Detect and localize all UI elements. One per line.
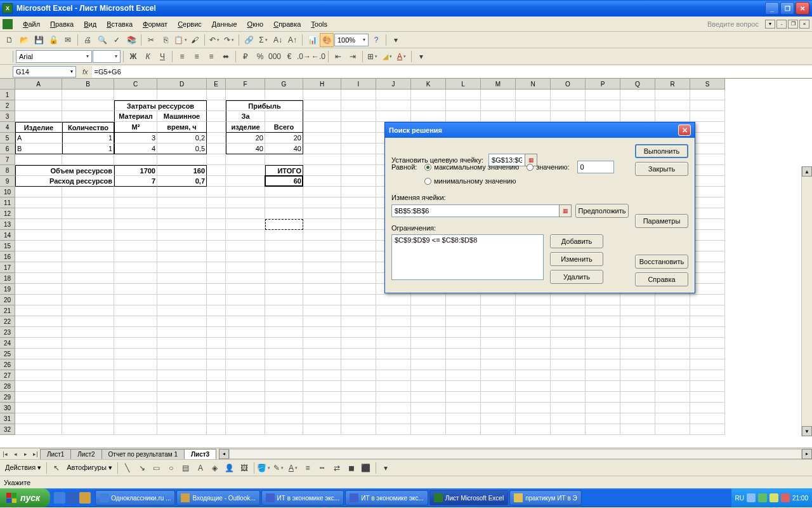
cell-E20[interactable] [207, 295, 226, 305]
cell-Q31[interactable] [620, 413, 655, 424]
drawing-button[interactable]: 🎨 [320, 33, 334, 47]
cell-M20[interactable] [481, 295, 516, 305]
cell-B6[interactable]: 1 [62, 144, 114, 154]
cell-D32[interactable] [157, 424, 207, 435]
cell-D14[interactable] [157, 230, 207, 241]
cell-B21[interactable] [62, 305, 114, 316]
horizontal-scrollbar[interactable]: ◂ ▸ [219, 449, 812, 459]
change-constraint-button[interactable]: Изменить [550, 252, 603, 266]
cell-P29[interactable] [586, 392, 620, 403]
row-header-27[interactable]: 27 [0, 370, 15, 381]
cell-C25[interactable] [114, 349, 157, 359]
cell-B27[interactable] [62, 370, 114, 381]
cell-S23[interactable] [690, 327, 725, 338]
cell-P25[interactable] [586, 349, 620, 359]
cell-S20[interactable] [690, 295, 725, 305]
cell-A32[interactable] [15, 424, 62, 435]
cell-P21[interactable] [586, 305, 620, 316]
col-header-P[interactable]: P [586, 79, 620, 90]
clock[interactable]: 21:00 [792, 495, 808, 502]
cell-A30[interactable] [15, 403, 62, 413]
select-objects-button[interactable]: ↖ [49, 461, 63, 475]
cell-S30[interactable] [690, 403, 725, 413]
cell-N27[interactable] [516, 370, 551, 381]
cell-I26[interactable] [341, 359, 376, 370]
cell-A19[interactable] [15, 284, 62, 295]
cell-A23[interactable] [15, 327, 62, 338]
cell-R3[interactable] [655, 111, 690, 122]
row-header-19[interactable]: 19 [0, 284, 15, 295]
cell-R20[interactable] [655, 295, 690, 305]
cell-Q21[interactable] [620, 305, 655, 316]
cell-J1[interactable] [376, 90, 411, 100]
cell-A2[interactable] [15, 100, 62, 111]
cell-E19[interactable] [207, 284, 226, 295]
cell-N20[interactable] [516, 295, 551, 305]
cell-F30[interactable] [226, 403, 265, 413]
cell-B31[interactable] [62, 413, 114, 424]
doc-options-button[interactable]: ▾ [765, 20, 775, 29]
cell-S1[interactable] [690, 90, 725, 100]
cell-S25[interactable] [690, 349, 725, 359]
cell-C7[interactable] [114, 154, 157, 165]
cell-I6[interactable] [341, 144, 376, 154]
cell-B12[interactable] [62, 208, 114, 219]
cell-I1[interactable] [341, 90, 376, 100]
menu-правка[interactable]: Правка [45, 19, 79, 29]
cell-D10[interactable] [157, 187, 207, 197]
cell-I17[interactable] [341, 262, 376, 273]
cell-K22[interactable] [411, 316, 446, 327]
cell-S8[interactable] [690, 165, 725, 176]
line-button[interactable]: ╲ [121, 461, 134, 475]
cell-B14[interactable] [62, 230, 114, 241]
cell-I29[interactable] [341, 392, 376, 403]
cell-E24[interactable] [207, 338, 226, 349]
cell-R32[interactable] [655, 424, 690, 435]
chart-button[interactable]: 📊 [305, 33, 319, 47]
cell-H13[interactable] [303, 219, 341, 230]
cell-L28[interactable] [446, 381, 481, 392]
cell-Q25[interactable] [620, 349, 655, 359]
cell-M30[interactable] [481, 403, 516, 413]
cell-N31[interactable] [516, 413, 551, 424]
col-header-D[interactable]: D [157, 79, 207, 90]
cell-E8[interactable] [207, 165, 226, 176]
cell-C29[interactable] [114, 392, 157, 403]
cell-A31[interactable] [15, 413, 62, 424]
cell-S28[interactable] [690, 381, 725, 392]
cell-B15[interactable] [62, 241, 114, 251]
row-header-30[interactable]: 30 [0, 403, 15, 413]
col-header-G[interactable]: G [265, 79, 303, 90]
cell-O29[interactable] [551, 392, 586, 403]
cell-D24[interactable] [157, 338, 207, 349]
cell-L24[interactable] [446, 338, 481, 349]
cell-O23[interactable] [551, 327, 586, 338]
cell-O3[interactable] [551, 111, 586, 122]
cell-E6[interactable] [207, 144, 226, 154]
cell-G20[interactable] [265, 295, 303, 305]
cell-E12[interactable] [207, 208, 226, 219]
cell-E4[interactable] [207, 122, 226, 133]
cell-N26[interactable] [516, 359, 551, 370]
cell-K26[interactable] [411, 359, 446, 370]
cell-B23[interactable] [62, 327, 114, 338]
taskbar-item-4[interactable]: Лист Microsoft Excel [429, 490, 508, 505]
cell-B30[interactable] [62, 403, 114, 413]
cell-K24[interactable] [411, 338, 446, 349]
row-header-32[interactable]: 32 [0, 424, 15, 435]
cell-H3[interactable] [303, 111, 341, 122]
cell-F19[interactable] [226, 284, 265, 295]
cell-C22[interactable] [114, 316, 157, 327]
research-button[interactable]: 📚 [124, 33, 138, 47]
cell-G11[interactable] [265, 197, 303, 208]
cell-N25[interactable] [516, 349, 551, 359]
cell-J27[interactable] [376, 370, 411, 381]
sort-asc-button[interactable]: A↓ [271, 33, 285, 47]
radio-min[interactable]: минимальному значению [424, 177, 516, 185]
first-sheet-button[interactable]: |◂ [0, 449, 10, 459]
cell-K21[interactable] [411, 305, 446, 316]
cell-C1[interactable] [114, 90, 157, 100]
cell-S32[interactable] [690, 424, 725, 435]
cell-S4[interactable] [690, 122, 725, 133]
cell-B24[interactable] [62, 338, 114, 349]
